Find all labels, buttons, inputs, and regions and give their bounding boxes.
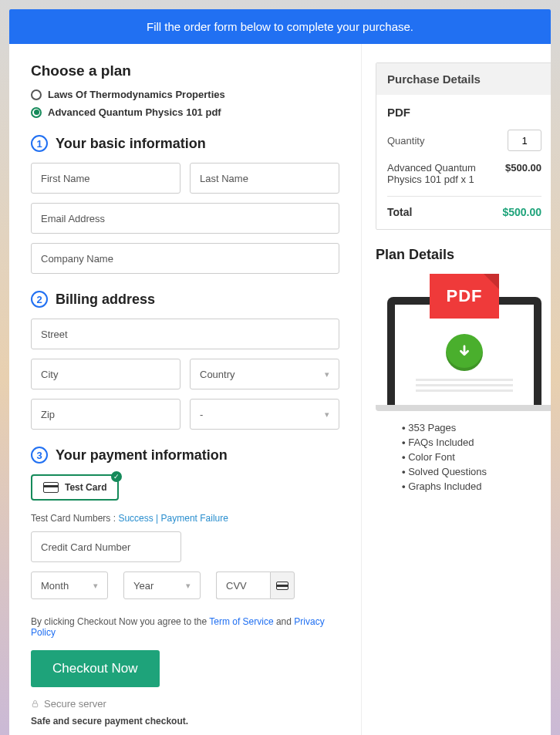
street-input[interactable] (31, 319, 339, 349)
quantity-label: Quantity (387, 135, 424, 147)
checkmark-icon: ✓ (111, 471, 122, 482)
step-label: Your payment information (56, 447, 228, 464)
quantity-input[interactable] (508, 130, 541, 151)
state-select-value: - (200, 409, 203, 420)
radio-icon (31, 89, 42, 100)
checkout-button[interactable]: Checkout Now (31, 650, 160, 687)
failure-link[interactable]: Payment Failure (161, 513, 228, 524)
download-icon (446, 334, 483, 371)
step-2-header: 2 Billing address (31, 291, 339, 308)
feature-item: FAQs Included (402, 437, 551, 448)
feature-item: 353 Pages (402, 422, 551, 433)
first-name-input[interactable] (31, 163, 180, 194)
tos-line: By clicking Checkout Now you agree to th… (31, 616, 339, 638)
city-input[interactable] (31, 359, 180, 389)
plan-option-0[interactable]: Laws Of Thermodynamics Properties (31, 89, 339, 100)
content-area: Choose a plan Laws Of Thermodynamics Pro… (9, 44, 551, 735)
step-label: Your basic information (56, 136, 206, 152)
safe-checkout-line: Safe and secure payment checkout. (31, 716, 339, 727)
plan-illustration: PDF (376, 274, 551, 411)
feature-item: Color Font (402, 451, 551, 463)
form-column: Choose a plan Laws Of Thermodynamics Pro… (9, 44, 362, 735)
tos-link[interactable]: Term of Service (209, 616, 273, 627)
feature-list: 353 Pages FAQs Included Color Font Solve… (376, 422, 551, 492)
credit-card-icon (270, 571, 295, 599)
line-item-row: Advanced Quantum Physics 101 pdf x 1 $50… (387, 162, 541, 185)
step-3-header: 3 Your payment information (31, 447, 339, 464)
month-select[interactable]: Month ▾ (31, 571, 108, 599)
year-value: Year (133, 580, 153, 592)
purchase-details-box: Purchase Details PDF Quantity Advanced Q… (376, 62, 551, 230)
credit-card-input[interactable] (31, 531, 181, 562)
success-link[interactable]: Success (118, 513, 153, 524)
cvv-group (216, 571, 295, 599)
header-banner: Fill the order form below to complete yo… (9, 9, 551, 44)
checkout-page: Fill the order form below to complete yo… (9, 9, 551, 735)
plan-option-label: Advanced Quantum Physics 101 pdf (48, 106, 221, 118)
test-card-hint: Test Card Numbers : Success | Payment Fa… (31, 513, 339, 524)
state-select[interactable]: - ▾ (190, 399, 339, 430)
last-name-input[interactable] (190, 163, 339, 194)
total-row: Total $500.00 (387, 196, 541, 218)
sidebar-column: Purchase Details PDF Quantity Advanced Q… (362, 44, 551, 735)
feature-item: Graphs Included (402, 480, 551, 492)
test-card-toggle[interactable]: Test Card ✓ (31, 474, 119, 501)
country-select[interactable]: Country ▾ (190, 359, 339, 389)
feature-item: Solved Questions (402, 466, 551, 477)
credit-card-icon (43, 482, 59, 493)
chevron-down-icon: ▾ (325, 410, 329, 420)
choose-plan-title: Choose a plan (31, 62, 339, 79)
chevron-down-icon: ▾ (186, 581, 191, 591)
step-number-icon: 2 (31, 291, 48, 308)
total-price: $500.00 (502, 206, 541, 218)
test-card-label: Test Card (65, 482, 106, 493)
company-input[interactable] (31, 243, 339, 274)
year-select[interactable]: Year ▾ (123, 571, 201, 599)
svg-rect-0 (32, 703, 37, 707)
plan-option-label: Laws Of Thermodynamics Properties (48, 89, 225, 100)
secure-server-line: Secure server (31, 698, 339, 710)
purchase-details-title: Purchase Details (376, 63, 551, 95)
step-number-icon: 1 (31, 135, 48, 152)
plan-option-1[interactable]: Advanced Quantum Physics 101 pdf (31, 106, 339, 118)
step-1-header: 1 Your basic information (31, 135, 339, 152)
radio-icon (31, 107, 42, 118)
line-item-name: Advanced Quantum Physics 101 pdf x 1 (387, 162, 487, 185)
month-value: Month (41, 580, 69, 592)
chevron-down-icon: ▾ (93, 581, 98, 591)
step-label: Billing address (56, 292, 155, 308)
line-item-price: $500.00 (505, 162, 541, 185)
zip-input[interactable] (31, 399, 180, 430)
pdf-badge-icon: PDF (430, 274, 499, 319)
country-select-value: Country (200, 369, 235, 380)
pdf-label: PDF (387, 106, 541, 119)
step-number-icon: 3 (31, 447, 48, 464)
email-input[interactable] (31, 203, 339, 234)
chevron-down-icon: ▾ (325, 369, 329, 379)
plan-details-title: Plan Details (376, 247, 551, 263)
cvv-input[interactable] (216, 571, 270, 599)
lock-icon (31, 700, 39, 708)
total-label: Total (387, 206, 412, 218)
